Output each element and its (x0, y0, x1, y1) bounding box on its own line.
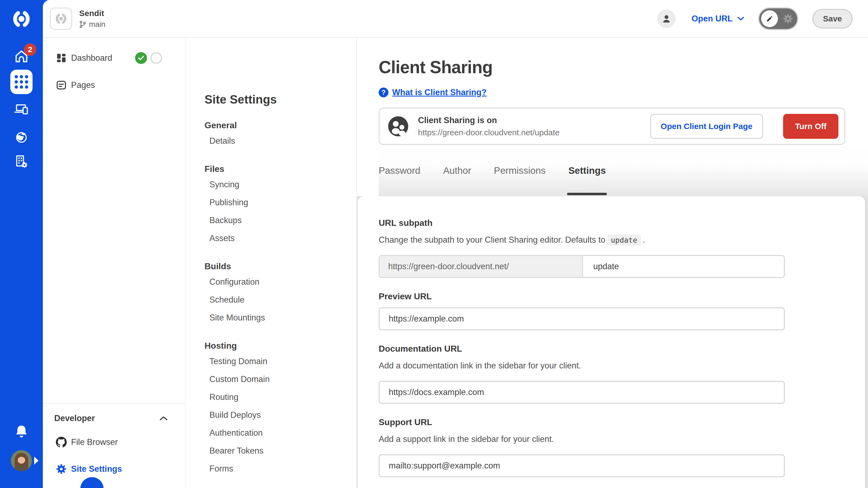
nav-item-build-deploys[interactable]: Build Deploys (186, 406, 356, 424)
sidebar-item-file-browser[interactable]: File Browser (43, 433, 185, 451)
settings-nav-title: Site Settings (205, 93, 356, 106)
main-header: Client Sharing ? What is Client Sharing? (357, 38, 868, 196)
app-surface: Sendit main (43, 0, 868, 488)
nav-item-site-mountings[interactable]: Site Mountings (186, 309, 356, 327)
apps-grid-nav-button[interactable] (10, 70, 33, 94)
nav-item-publishing[interactable]: Publishing (186, 194, 356, 212)
help-link[interactable]: What is Client Sharing? (392, 88, 487, 97)
person-icon (661, 13, 672, 24)
nav-item-bearer-tokens[interactable]: Bearer Tokens (186, 442, 356, 460)
sidebar-item-label: Site Settings (71, 464, 122, 474)
settings-nav-panel: Site Settings General Details Files Sync… (185, 38, 357, 488)
support-url-label: Support URL (379, 417, 865, 427)
nav-section-header: Builds (186, 261, 356, 271)
sidebar-item-label: File Browser (71, 437, 118, 447)
toggle-knob (761, 10, 778, 27)
turn-off-button[interactable]: Turn Off (783, 114, 838, 139)
bell-icon (15, 425, 28, 438)
tabs: Password Author Permissions Settings (379, 145, 868, 196)
nav-item-custom-domain[interactable]: Custom Domain (186, 370, 356, 388)
organization-icon (14, 155, 29, 168)
nav-item-forms[interactable]: Forms (186, 460, 356, 478)
description-text: . (643, 235, 645, 245)
preview-url-input[interactable] (379, 307, 785, 330)
people-icon (388, 116, 408, 136)
status-texts: Client Sharing is on https://green-door.… (418, 116, 560, 137)
topbar: Sendit main (43, 0, 868, 38)
nav-item-authentication[interactable]: Authentication (186, 424, 356, 442)
sidebar-item-site-settings[interactable]: Site Settings (43, 460, 185, 478)
notifications-button[interactable] (0, 425, 43, 438)
primary-sidebar: 2 (0, 0, 43, 488)
avatar-photo (11, 450, 32, 471)
tab-password[interactable]: Password (379, 145, 421, 196)
tab-author[interactable]: Author (443, 145, 471, 196)
url-subpath-group: https://green-door.cloudvent.net/ (379, 255, 785, 278)
nav-item-schedule[interactable]: Schedule (186, 291, 356, 309)
site-name: Sendit (79, 9, 105, 18)
nav-section-builds: Builds Configuration Schedule Site Mount… (186, 261, 356, 327)
avatar-flyout-arrow (34, 457, 38, 465)
url-subpath-label: URL subpath (379, 218, 865, 228)
github-icon (56, 436, 67, 448)
user-avatar[interactable] (11, 450, 32, 471)
sidebar-item-label: Dashboard (71, 53, 112, 63)
account-menu-button[interactable] (657, 9, 676, 28)
nav-section-files: Files Syncing Publishing Backups Assets (186, 164, 356, 247)
topbar-actions: Open URL (657, 8, 852, 29)
preview-url-label: Preview URL (379, 291, 865, 301)
site-panel: Dashboard Pages (43, 38, 185, 488)
notifications-badge: 2 (24, 43, 36, 56)
documentation-url-input[interactable] (379, 381, 785, 404)
code-chip: update (607, 234, 641, 246)
save-button[interactable]: Save (812, 9, 852, 29)
sidebar-item-label: Pages (71, 80, 95, 90)
sidebar-item-dashboard[interactable]: Dashboard (43, 50, 185, 67)
nav-item-backups[interactable]: Backups (186, 212, 356, 229)
home-nav-button[interactable]: 2 (0, 50, 43, 63)
nav-section-header: Files (186, 164, 356, 174)
status-title: Client Sharing is on (418, 116, 560, 125)
chevron-up-icon (159, 415, 168, 421)
nav-item-details[interactable]: Details (186, 132, 356, 150)
organization-nav-button[interactable] (0, 155, 43, 168)
help-link-row[interactable]: ? What is Client Sharing? (379, 88, 868, 97)
pencil-icon (765, 14, 774, 23)
url-subpath-input[interactable] (583, 255, 785, 278)
gear-icon (783, 13, 793, 24)
globe-icon (14, 131, 28, 144)
nav-item-routing[interactable]: Routing (186, 388, 356, 406)
status-url: https://green-door.cloudvent.net/update (418, 128, 560, 137)
build-pending-icon[interactable] (150, 52, 162, 64)
site-chip[interactable]: Sendit main (50, 8, 105, 30)
site-branch: main (79, 20, 105, 29)
build-success-icon[interactable] (135, 52, 147, 64)
cloudcannon-logo-icon[interactable] (12, 9, 31, 29)
nav-item-configuration[interactable]: Configuration (186, 273, 356, 291)
site-logo-icon (55, 12, 67, 25)
site-meta: Sendit main (79, 9, 105, 29)
description-text: Change the subpath to your Client Sharin… (379, 235, 606, 245)
sidebar-item-pages[interactable]: Pages (43, 76, 185, 94)
tab-permissions[interactable]: Permissions (494, 145, 546, 196)
devices-nav-button[interactable] (0, 103, 43, 116)
chat-bubble[interactable] (80, 477, 104, 488)
globe-nav-button[interactable] (0, 131, 43, 144)
url-prefix-readonly: https://green-door.cloudvent.net/ (379, 255, 583, 278)
nav-item-syncing[interactable]: Syncing (186, 176, 356, 194)
editor-mode-toggle[interactable] (759, 8, 797, 29)
open-client-login-button[interactable]: Open Client Login Page (650, 114, 763, 139)
git-branch-icon (79, 21, 86, 28)
developer-header-label: Developer (54, 414, 95, 423)
dashboard-icon (56, 53, 67, 63)
support-url-input[interactable] (379, 454, 785, 477)
nav-item-assets[interactable]: Assets (186, 229, 356, 247)
support-url-description: Add a support link in the sidebar for yo… (379, 434, 865, 444)
tab-settings[interactable]: Settings (568, 145, 606, 196)
site-logo-tile (50, 8, 72, 30)
settings-form-card: URL subpath Change the subpath to your C… (358, 196, 865, 488)
documentation-url-description: Add a documentation link in the sidebar … (379, 361, 865, 370)
nav-item-testing-domain[interactable]: Testing Domain (186, 352, 356, 370)
developer-section-toggle[interactable]: Developer (43, 410, 185, 427)
open-url-dropdown[interactable]: Open URL (691, 14, 745, 24)
